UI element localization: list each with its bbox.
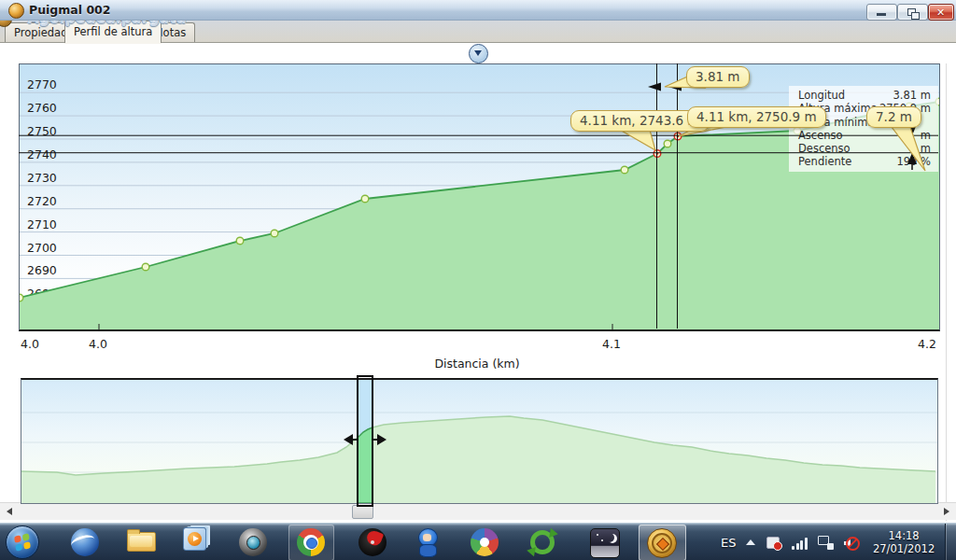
- chevron-down-icon: [474, 50, 482, 56]
- minimize-icon: [877, 13, 886, 16]
- windows-logo-icon: [14, 533, 31, 551]
- minimize-button[interactable]: [866, 4, 897, 21]
- info-row: Pendiente190 %: [789, 155, 938, 168]
- taskbar: ES 14:18 27/01/2012: [0, 523, 956, 560]
- overview-area: [21, 416, 935, 503]
- taskbar-icon-gps-compass[interactable]: [647, 528, 677, 558]
- taskbar-icon-sphere-app[interactable]: [239, 528, 267, 556]
- info-label: Ascenso: [798, 129, 843, 142]
- segment-info-panel: Longitud3.81 mAltura máxima2750.9 mAltur…: [789, 86, 938, 172]
- tray-expand-icon[interactable]: [746, 539, 755, 545]
- y-tick-label: 2700: [27, 241, 57, 255]
- desktop-screen: Agolpedealpargata Puigmal 002 ✕ Propieda…: [0, 0, 956, 560]
- x-tick-label: 4.2: [918, 337, 936, 351]
- notification-icon[interactable]: [766, 536, 781, 550]
- taskbar-icon-picasa[interactable]: [471, 528, 499, 556]
- measurement-callout: 3.81 m: [686, 66, 750, 88]
- x-tick-label: 4.0: [89, 337, 107, 351]
- network-icon[interactable]: [818, 536, 834, 550]
- clock-date: 27/01/2012: [870, 542, 937, 555]
- language-indicator[interactable]: ES: [721, 536, 736, 550]
- track-point[interactable]: [621, 166, 628, 174]
- measurement-callout: 7.2 m: [866, 106, 921, 128]
- y-tick-label: 2730: [27, 171, 57, 185]
- track-point[interactable]: [271, 230, 278, 237]
- arrow-right-icon: [944, 508, 949, 515]
- x-axis-title: Distancia (km): [434, 357, 519, 371]
- info-label: Pendiente: [798, 155, 851, 168]
- taskbar-icon-media-player[interactable]: [183, 527, 206, 551]
- taskbar-icon-google-earth[interactable]: [71, 528, 99, 556]
- close-icon: ✕: [936, 7, 945, 19]
- taskbar-icon-vinyl-app[interactable]: [358, 528, 387, 556]
- info-row: Longitud3.81 m: [789, 89, 938, 102]
- track-point[interactable]: [142, 263, 149, 271]
- track-point[interactable]: [20, 294, 23, 301]
- info-label: Longitud: [798, 89, 845, 102]
- y-tick-label: 2690: [27, 263, 57, 277]
- show-desktop-button[interactable]: [945, 524, 956, 560]
- dialog-content: 2770276027502740273027202710270026902680…: [0, 42, 956, 523]
- clock[interactable]: 14:18 27/01/2012: [870, 529, 937, 555]
- overview-chart[interactable]: [21, 378, 938, 504]
- track-icon: [8, 3, 24, 19]
- info-value: 0 m: [910, 142, 931, 155]
- restore-icon: [907, 8, 916, 16]
- dialog-titlebar[interactable]: Puigmal 002 ✕: [0, 0, 956, 21]
- panel-edge: [946, 63, 947, 521]
- y-tick-label: 2710: [27, 217, 57, 231]
- x-tick-label: 4.0: [21, 337, 39, 351]
- taskbar-icon-windows-explorer[interactable]: [127, 532, 156, 552]
- scroll-right-button[interactable]: [939, 505, 953, 518]
- track-point[interactable]: [236, 237, 244, 245]
- collapse-panel-button[interactable]: [469, 44, 488, 63]
- signal-strength-icon[interactable]: [792, 536, 808, 550]
- info-row: Descenso0 m: [789, 142, 938, 155]
- x-tick-label: 4.1: [602, 337, 621, 351]
- play-icon: [188, 532, 202, 546]
- scrollbar-thumb[interactable]: [352, 505, 373, 519]
- taskbar-icon-megaman-app[interactable]: [414, 528, 442, 556]
- info-value: 190 %: [896, 155, 931, 168]
- overview-chart-svg[interactable]: [21, 380, 937, 503]
- track-point[interactable]: [361, 195, 369, 203]
- y-tick-label: 2720: [27, 194, 57, 208]
- y-tick-label: 2750: [27, 124, 57, 138]
- info-value: 3.81 m: [893, 89, 931, 102]
- taskbar-icon-stellarium[interactable]: [590, 528, 620, 558]
- info-value: m: [921, 129, 931, 142]
- info-row: Ascensom: [789, 129, 938, 142]
- close-button[interactable]: ✕: [928, 4, 954, 21]
- dialog-title: Puigmal 002: [29, 3, 110, 17]
- clock-time: 14:18: [870, 529, 937, 542]
- system-tray: ES 14:18 27/01/2012: [721, 524, 937, 560]
- track-point[interactable]: [664, 140, 671, 147]
- taskbar-icon-green-sync[interactable]: [528, 528, 556, 556]
- y-tick-label: 2760: [27, 101, 57, 115]
- restore-button[interactable]: [897, 4, 928, 21]
- y-tick-label: 2770: [27, 77, 57, 91]
- scroll-left-button[interactable]: [3, 505, 17, 518]
- info-label: Descenso: [798, 142, 851, 155]
- measurement-callout: 4.11 km, 2750.9 m: [687, 106, 826, 128]
- start-button[interactable]: [6, 525, 39, 559]
- arrow-left-icon: [7, 508, 12, 515]
- moon-icon: [605, 533, 614, 542]
- volume-muted-icon[interactable]: [844, 536, 860, 550]
- taskbar-icon-chrome[interactable]: [297, 528, 325, 556]
- y-tick-label: 2740: [27, 147, 57, 161]
